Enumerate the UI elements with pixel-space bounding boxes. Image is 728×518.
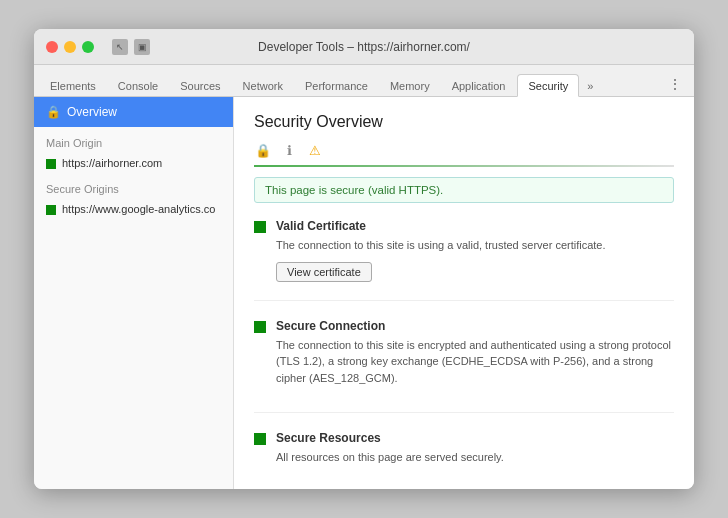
cert-heading: Valid Certificate [276, 219, 674, 233]
more-tabs-button[interactable]: » [581, 75, 599, 96]
connection-section: Secure Connection The connection to this… [254, 319, 674, 414]
tab-console[interactable]: Console [108, 75, 168, 96]
lock-status-icon: 🔒 [254, 141, 272, 159]
window-title: Developer Tools – https://airhorner.com/ [258, 40, 470, 54]
cursor-icon[interactable]: ↖ [112, 39, 128, 55]
warning-status-icon: ⚠ [306, 141, 324, 159]
sidebar: 🔒 Overview Main Origin https://airhorner… [34, 97, 234, 489]
maximize-button[interactable] [82, 41, 94, 53]
secure-origins-title: Secure Origins [34, 173, 233, 199]
tab-performance[interactable]: Performance [295, 75, 378, 96]
resources-section: Secure Resources All resources on this p… [254, 431, 674, 489]
conn-text: The connection to this site is encrypted… [276, 337, 674, 387]
info-status-icon: ℹ [280, 141, 298, 159]
traffic-lights [46, 41, 94, 53]
green-status-icon [46, 159, 56, 169]
lock-icon: 🔒 [46, 105, 61, 119]
conn-heading: Secure Connection [276, 319, 674, 333]
conn-status-icon [254, 321, 266, 333]
status-divider [254, 165, 674, 167]
security-panel: Security Overview 🔒 ℹ ⚠ This page is sec… [234, 97, 694, 489]
cert-section-content: Valid Certificate The connection to this… [276, 219, 674, 282]
security-panel-title: Security Overview [254, 113, 674, 131]
sidebar-overview-item[interactable]: 🔒 Overview [34, 97, 233, 127]
devtools-window: ↖ ▣ Developer Tools – https://airhorner.… [34, 29, 694, 489]
tab-security[interactable]: Security [517, 74, 579, 97]
tab-memory[interactable]: Memory [380, 75, 440, 96]
conn-section-content: Secure Connection The connection to this… [276, 319, 674, 395]
cert-status-icon [254, 221, 266, 233]
view-certificate-button[interactable]: View certificate [276, 262, 372, 282]
certificate-section: Valid Certificate The connection to this… [254, 219, 674, 301]
main-origin-title: Main Origin [34, 127, 233, 153]
res-section-content: Secure Resources All resources on this p… [276, 431, 674, 474]
tabbar: Elements Console Sources Network Perform… [34, 65, 694, 97]
tab-elements[interactable]: Elements [40, 75, 106, 96]
dock-icon[interactable]: ▣ [134, 39, 150, 55]
secure-origin-url: https://www.google-analytics.co [62, 203, 215, 215]
green-status-icon-2 [46, 205, 56, 215]
tab-application[interactable]: Application [442, 75, 516, 96]
res-text: All resources on this page are served se… [276, 449, 674, 466]
secure-banner: This page is secure (valid HTTPS). [254, 177, 674, 203]
titlebar: ↖ ▣ Developer Tools – https://airhorner.… [34, 29, 694, 65]
cert-text: The connection to this site is using a v… [276, 237, 674, 254]
res-status-icon [254, 433, 266, 445]
tab-sources[interactable]: Sources [170, 75, 230, 96]
res-heading: Secure Resources [276, 431, 674, 445]
sidebar-overview-label: Overview [67, 105, 117, 119]
minimize-button[interactable] [64, 41, 76, 53]
main-origin-item[interactable]: https://airhorner.com [34, 153, 233, 173]
titlebar-icons: ↖ ▣ [112, 39, 150, 55]
close-button[interactable] [46, 41, 58, 53]
secure-origin-item[interactable]: https://www.google-analytics.co [34, 199, 233, 219]
main-area: 🔒 Overview Main Origin https://airhorner… [34, 97, 694, 489]
devtools-menu-button[interactable]: ⋮ [662, 72, 688, 96]
main-origin-url: https://airhorner.com [62, 157, 162, 169]
tab-network[interactable]: Network [233, 75, 293, 96]
security-status-icons: 🔒 ℹ ⚠ [254, 141, 674, 159]
